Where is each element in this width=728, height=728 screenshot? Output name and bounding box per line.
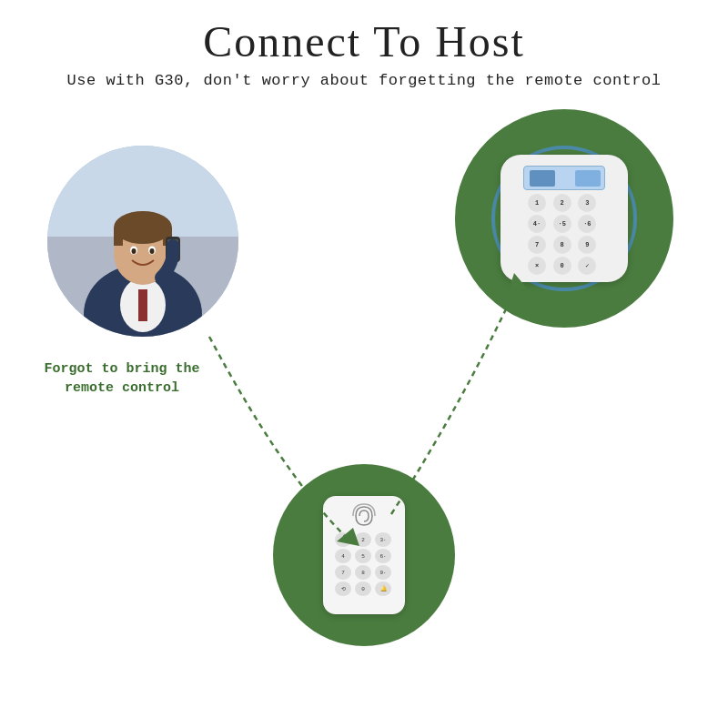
svg-point-13 — [150, 248, 155, 254]
remote-keypad: 1 2 3· 4 5 6· 7 8 9· ⟲ 0 🔔 — [335, 532, 393, 596]
svg-rect-8 — [114, 228, 123, 246]
rkey-back: ⟲ — [335, 581, 351, 596]
remote-device: 1 2 3· 4 5 6· 7 8 9· ⟲ 0 🔔 — [323, 496, 405, 614]
key-8: 8 — [553, 236, 571, 254]
key-9: 9 — [578, 236, 596, 254]
key-3: 3 — [578, 194, 596, 212]
person-circle — [47, 146, 238, 337]
svg-point-12 — [132, 248, 136, 254]
rkey-bell: 🔔 — [375, 581, 391, 596]
key-6: ·6 — [578, 215, 596, 233]
rkey-5: 5 — [355, 549, 371, 563]
host-device: 1 2 3 4· ·5 ·6 7 8 9 × 0 ✓ — [500, 155, 628, 282]
rkey-9: 9· — [375, 565, 391, 580]
rkey-8: 8 — [355, 565, 371, 580]
rkey-4: 4 — [335, 549, 351, 563]
key-1: 1 — [528, 194, 546, 212]
key-check: ✓ — [578, 257, 596, 275]
rkey-2: 2 — [355, 532, 371, 547]
key-star: × — [528, 257, 546, 275]
rkey-0: 0 — [355, 581, 371, 596]
rkey-3: 3· — [375, 532, 391, 547]
host-device-circle: 1 2 3 4· ·5 ·6 7 8 9 × 0 ✓ — [455, 109, 673, 328]
forgot-label: Forgot to bring the remote control — [40, 359, 204, 398]
key-7: 7 — [528, 236, 546, 254]
key-2: 2 — [553, 194, 571, 212]
rkey-1: 1 — [335, 532, 351, 547]
host-screen — [523, 166, 605, 190]
page-subtitle: Use with G30, don't worry about forgetti… — [0, 72, 728, 89]
rkey-7: 7 — [335, 565, 351, 580]
key-0: 0 — [553, 257, 571, 275]
key-4: 4· — [528, 215, 546, 233]
page-title: Connect To Host — [0, 0, 728, 66]
key-5: ·5 — [553, 215, 571, 233]
rkey-6: 6· — [375, 549, 391, 563]
nfc-icon — [349, 503, 379, 529]
page: Connect To Host Use with G30, don't worr… — [0, 0, 728, 728]
host-keypad: 1 2 3 4· ·5 ·6 7 8 9 × 0 ✓ — [528, 194, 601, 275]
remote-device-circle: 1 2 3· 4 5 6· 7 8 9· ⟲ 0 🔔 — [273, 464, 455, 646]
svg-rect-4 — [138, 289, 147, 321]
